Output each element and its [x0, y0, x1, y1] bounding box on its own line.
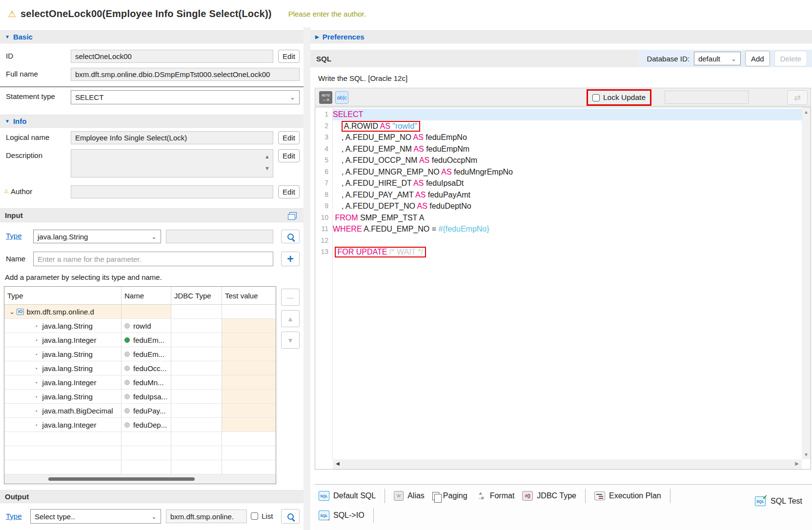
statement-type-select[interactable]: SELECT ⌄	[71, 90, 300, 104]
param-jdbc[interactable]	[171, 361, 222, 375]
splitter[interactable]	[0, 86, 304, 87]
scroll-down-icon[interactable]: ▼	[264, 165, 270, 171]
author-edit-button[interactable]: Edit	[278, 185, 300, 198]
id-edit-button[interactable]: Edit	[278, 50, 300, 63]
lock-wait-field[interactable]	[665, 91, 749, 104]
col-header-name[interactable]: Name	[122, 287, 171, 304]
panel-divider[interactable]	[304, 27, 310, 530]
param-jdbc[interactable]	[171, 347, 222, 361]
code-line[interactable]: A.ROWID AS "rowId"	[333, 120, 802, 132]
param-testvalue[interactable]	[222, 375, 276, 389]
param-testvalue[interactable]	[222, 390, 276, 403]
col-header-jdbc[interactable]: JDBC Type	[171, 287, 222, 304]
output-package-field[interactable]	[166, 510, 247, 523]
input-type-select[interactable]: java.lang.String ⌄	[33, 230, 161, 243]
logical-name-field[interactable]	[71, 131, 273, 144]
table-row[interactable]: ▪ java.lang.String feduIpsa...	[4, 390, 276, 404]
code-line[interactable]: , A.FEDU_HIRE_DT AS feduIpsaDt	[333, 177, 802, 189]
id-field[interactable]	[71, 50, 273, 63]
scroll-left-icon[interactable]: ◀	[336, 461, 340, 466]
sql-test-button[interactable]: SQL✓ SQL Test	[755, 496, 802, 506]
logical-name-edit-button[interactable]: Edit	[278, 131, 300, 144]
input-type-filter-field[interactable]	[166, 230, 273, 243]
sync-button[interactable]: ⇄	[787, 90, 808, 105]
code-line[interactable]: , A.FEDU_DEPT_NO AS feduDeptNo	[333, 200, 802, 212]
param-jdbc[interactable]	[171, 390, 222, 403]
param-jdbc[interactable]	[171, 319, 222, 333]
code-line[interactable]	[333, 235, 802, 247]
col-header-type[interactable]: Type	[4, 287, 122, 304]
table-row[interactable]: ▪ java.lang.Integer feduEm...	[4, 333, 276, 347]
database-id-select[interactable]: default ⌄	[694, 52, 741, 65]
editor-vscrollbar[interactable]: ▲ ▼	[802, 107, 811, 459]
code-line[interactable]: , A.FEDU_MNGR_EMP_NO AS feduMngrEmpNo	[333, 166, 802, 178]
table-hscrollbar[interactable]	[4, 474, 276, 484]
output-search-button[interactable]	[281, 509, 300, 524]
description-field[interactable]: ▲ ▼	[71, 149, 273, 177]
code-line[interactable]: , A.FEDU_OCCP_NM AS feduOccpNm	[333, 155, 802, 166]
table-row[interactable]: ▪ java.lang.Integer feduDep...	[4, 418, 276, 432]
param-jdbc[interactable]	[171, 333, 222, 347]
abc-autocomplete-icon[interactable]: ab|c	[335, 91, 348, 104]
scroll-down-icon[interactable]: ▼	[802, 452, 811, 457]
table-row-empty[interactable]	[4, 460, 276, 474]
param-testvalue[interactable]	[222, 347, 276, 361]
alias-button[interactable]: 'A' Alias	[394, 491, 425, 501]
delete-database-button[interactable]: Delete	[774, 51, 807, 66]
add-parameter-button[interactable]: +	[281, 252, 300, 266]
col-header-testvalue[interactable]: Test value	[222, 287, 276, 304]
input-type-search-button[interactable]	[281, 230, 300, 243]
fullname-field[interactable]	[71, 68, 300, 81]
code-line[interactable]: SELECT	[333, 109, 802, 120]
param-jdbc[interactable]	[171, 404, 222, 417]
tree-expand-icon[interactable]: ⌄	[9, 308, 15, 315]
section-preferences[interactable]: ▶ Preferences	[310, 30, 812, 43]
param-testvalue[interactable]	[222, 319, 276, 333]
output-type-select[interactable]: Select type.. ⌄	[30, 509, 161, 524]
restore-pane-icon[interactable]	[289, 212, 297, 218]
move-up-button[interactable]: ▲	[281, 310, 300, 327]
sql-to-io-button[interactable]: SQL→ SQL->IO	[319, 510, 365, 520]
expand-icon[interactable]: ▶	[315, 34, 319, 39]
remove-parameter-button[interactable]: —	[281, 289, 300, 306]
table-row-root[interactable]: ⌄ IO bxm.dft.smp.online.d	[4, 305, 276, 319]
code-line[interactable]: FROM SMP_EMP_TST A	[333, 212, 802, 224]
collapse-icon[interactable]: ▼	[5, 34, 10, 39]
scroll-up-icon[interactable]: ▲	[802, 109, 811, 115]
format-button[interactable]: A→B Format	[475, 491, 515, 501]
section-info[interactable]: ▼ Info	[0, 115, 304, 128]
add-database-button[interactable]: Add	[745, 51, 770, 66]
param-testvalue[interactable]	[222, 333, 276, 347]
param-jdbc[interactable]	[171, 418, 222, 432]
table-row-empty[interactable]	[4, 446, 276, 460]
output-type-link[interactable]: Type	[6, 512, 22, 520]
section-basic[interactable]: ▼ Basic	[0, 30, 304, 43]
scroll-right-icon[interactable]: ▶	[795, 461, 799, 466]
description-edit-button[interactable]: Edit	[278, 149, 300, 162]
scrollbar-thumb[interactable]	[48, 477, 195, 481]
param-testvalue[interactable]	[222, 418, 276, 432]
editor-code[interactable]: SELECT A.ROWID AS "rowId" , A.FEDU_EMP_N…	[333, 109, 802, 258]
editor-hscrollbar[interactable]: ◀ ▶	[333, 459, 802, 469]
code-line[interactable]: FOR UPDATE /* WAIT */	[333, 246, 802, 258]
param-convert-icon[interactable]: #0?0 →:A	[319, 91, 332, 104]
execution-plan-button[interactable]: Execution Plan	[594, 491, 661, 500]
input-name-field[interactable]	[33, 252, 273, 266]
default-sql-button[interactable]: SQL Default SQL	[319, 491, 376, 501]
sql-editor[interactable]: 12345678910111213 SELECT A.ROWID AS "row…	[315, 107, 811, 470]
code-line[interactable]: WHERE A.FEDU_EMP_NO = #{feduEmpNo}	[333, 223, 802, 235]
jdbc-type-button[interactable]: #() JDBC Type	[522, 491, 576, 501]
input-type-link[interactable]: Type	[6, 232, 22, 240]
table-row[interactable]: ▪ java.lang.Integer feduMn...	[4, 375, 276, 390]
author-field[interactable]	[71, 185, 273, 198]
lock-update-checkbox[interactable]	[592, 94, 600, 101]
paging-button[interactable]: Paging	[432, 491, 467, 500]
table-row[interactable]: ▪ java.lang.String rowId	[4, 319, 276, 333]
move-down-button[interactable]: ▼	[281, 332, 300, 349]
param-testvalue[interactable]	[222, 404, 276, 417]
scroll-up-icon[interactable]: ▲	[264, 154, 270, 159]
collapse-icon[interactable]: ▼	[5, 118, 10, 124]
table-row[interactable]: ▪ java.lang.String feduEm...	[4, 347, 276, 361]
code-line[interactable]: , A.FEDU_PAY_AMT AS feduPayAmt	[333, 189, 802, 201]
table-row[interactable]: ▪ java.math.BigDecimal feduPay...	[4, 404, 276, 418]
